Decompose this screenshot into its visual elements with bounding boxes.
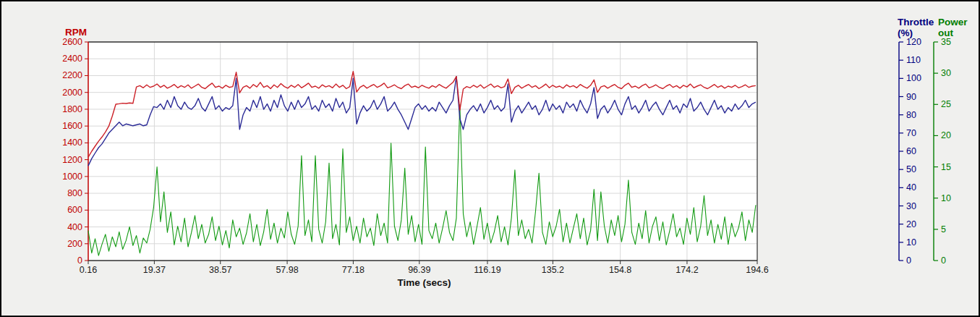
time-axis-title: Time (secs) (90, 277, 759, 288)
power-axis-title-line1: Power (938, 17, 968, 28)
power-tick-label: 35 (941, 37, 951, 47)
x-tick-label: 174.2 (676, 265, 698, 275)
throttle-tick-label: 120 (906, 37, 921, 47)
x-tick-label: 194.6 (746, 265, 768, 275)
x-tick-label: 154.8 (609, 265, 631, 275)
x-tick-label: 0.16 (80, 265, 97, 275)
rpm-tick-label: 1400 (62, 138, 82, 148)
rpm-tick-label: 400 (67, 222, 82, 232)
rpm-tick-label: 2400 (62, 54, 82, 64)
rpm-tick-label: 0 (77, 255, 82, 266)
rpm-tick-label: 1000 (62, 172, 82, 182)
rpm-tick-label: 1200 (62, 155, 82, 165)
throttle-axis-title-line1: Throttle (898, 17, 934, 28)
power-tick-label: 30 (941, 68, 951, 78)
power-tick-label: 0 (941, 255, 946, 266)
power-tick-label: 20 (941, 130, 951, 140)
x-tick-label: 38.57 (209, 265, 231, 275)
x-tick-label: 135.2 (542, 265, 564, 275)
rpm-axis-title: RPM (65, 27, 87, 38)
rpm-tick-label: 200 (67, 239, 82, 249)
power-tick-label: 25 (941, 99, 951, 109)
power-tick-label: 5 (941, 224, 946, 234)
power-axis-title: Powerout (938, 17, 968, 38)
chart-plot: 0.1619.3738.5757.9877.1896.39116.19135.2… (1, 1, 979, 316)
rpm-tick-label: 600 (67, 205, 82, 215)
rpm-tick-label: 2600 (62, 37, 82, 47)
x-tick-label: 19.37 (143, 265, 166, 275)
throttle-tick-label: 40 (906, 182, 916, 193)
throttle-tick-label: 50 (906, 164, 916, 174)
rpm-tick-label: 800 (67, 188, 82, 198)
throttle-tick-label: 60 (906, 146, 916, 156)
throttle-tick-label: 70 (906, 128, 916, 138)
throttle-axis-title: Throttle(%) (898, 17, 934, 38)
rpm-tick-label: 1800 (62, 104, 82, 114)
x-tick-label: 96.39 (408, 265, 430, 275)
throttle-tick-label: 20 (906, 219, 916, 229)
power-tick-label: 15 (941, 162, 951, 172)
power-axis-title-line2: out (938, 28, 953, 38)
throttle-tick-label: 0 (906, 255, 911, 266)
throttle-tick-label: 90 (906, 92, 916, 102)
x-tick-label: 116.19 (474, 265, 500, 275)
x-tick-label: 77.18 (342, 265, 365, 275)
rpm-tick-label: 1600 (62, 121, 82, 131)
throttle-axis-title-line2: (%) (898, 28, 913, 38)
throttle-tick-label: 100 (906, 73, 921, 83)
throttle-tick-label: 80 (906, 110, 916, 120)
throttle-tick-label: 30 (906, 201, 916, 211)
power-tick-label: 10 (941, 193, 951, 203)
throttle-tick-label: 110 (906, 55, 921, 65)
rpm-tick-label: 2000 (62, 88, 82, 98)
rpm-tick-label: 2200 (62, 70, 82, 80)
chart-window: 0.1619.3738.5757.9877.1896.39116.19135.2… (0, 0, 980, 317)
throttle-tick-label: 10 (906, 237, 916, 248)
x-tick-label: 57.98 (276, 265, 298, 275)
